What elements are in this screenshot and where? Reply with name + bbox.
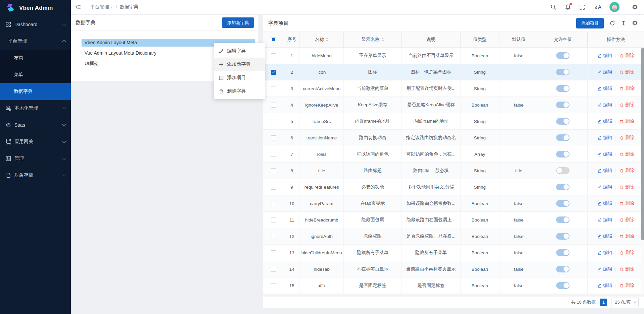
row-checkbox[interactable] — [271, 135, 276, 140]
delete-button[interactable]: 删除 — [620, 151, 634, 157]
row-checkbox[interactable] — [271, 201, 276, 206]
edit-button[interactable]: 编辑 — [597, 266, 612, 272]
sidebar-item-menu[interactable]: 菜单 — [0, 66, 71, 83]
nullable-toggle[interactable] — [556, 134, 570, 141]
edit-button[interactable]: 编辑 — [597, 118, 612, 124]
nullable-toggle[interactable] — [556, 85, 570, 92]
edit-button[interactable]: 编辑 — [597, 168, 612, 174]
edit-button[interactable]: 编辑 — [597, 69, 612, 75]
context-menu-item-add-dictionary[interactable]: 添加新字典 — [214, 58, 265, 71]
sidebar-item-dashboard[interactable]: Dashboard — [0, 16, 71, 33]
nullable-toggle[interactable] — [556, 151, 570, 158]
row-checkbox[interactable] — [271, 103, 276, 108]
cell-no: 4 — [284, 97, 300, 113]
menu-fold-icon[interactable] — [75, 4, 81, 10]
column-height-icon[interactable] — [621, 20, 626, 26]
delete-button[interactable]: 删除 — [620, 118, 634, 124]
edit-button[interactable]: 编辑 — [597, 200, 612, 206]
translate-icon[interactable]: 文A — [593, 4, 601, 10]
delete-button[interactable]: 删除 — [620, 217, 634, 223]
nullable-toggle[interactable] — [556, 102, 570, 108]
edit-button[interactable]: 编辑 — [597, 85, 612, 91]
sidebar-item-layout[interactable]: 布局 — [0, 50, 71, 66]
page-size-select[interactable]: 25 条/页 — [611, 298, 639, 307]
sidebar-item-localization[interactable]: 本地化管理 — [0, 100, 71, 117]
logo[interactable]: Vben Admin — [0, 0, 71, 16]
edit-button[interactable]: 编辑 — [597, 53, 612, 59]
sidebar-item-saas[interactable]: Saas — [0, 117, 71, 133]
delete-button[interactable]: 删除 — [620, 250, 634, 256]
row-checkbox[interactable] — [271, 185, 276, 190]
nullable-toggle[interactable] — [556, 249, 570, 256]
settings-gear-icon[interactable]: ⚙ — [632, 20, 638, 26]
refresh-icon[interactable] — [609, 20, 615, 26]
edit-button[interactable]: 编辑 — [597, 102, 612, 108]
delete-button[interactable]: 删除 — [620, 266, 634, 272]
row-checkbox[interactable] — [271, 152, 276, 157]
edit-button[interactable]: 编辑 — [597, 250, 612, 256]
avatar[interactable] — [609, 2, 620, 12]
nullable-toggle[interactable] — [556, 52, 570, 59]
select-all-checkbox[interactable] — [271, 37, 276, 42]
context-menu-item-add-item[interactable]: 添加项目 — [214, 71, 265, 84]
context-menu-item-edit-dictionary[interactable]: 编辑字典 — [214, 44, 265, 58]
sort-icons[interactable] — [326, 38, 328, 42]
horizontal-scrollbar[interactable] — [263, 294, 644, 297]
fullscreen-icon[interactable] — [579, 4, 585, 10]
edit-button[interactable]: 编辑 — [597, 233, 612, 239]
nullable-toggle[interactable] — [556, 200, 570, 207]
delete-button[interactable]: 删除 — [620, 102, 634, 108]
row-checkbox[interactable] — [271, 168, 276, 173]
add-dictionary-button[interactable]: 添加新字典 — [222, 17, 254, 28]
delete-button[interactable]: 删除 — [620, 184, 634, 190]
sidebar-item-gateway[interactable]: 应用网关 — [0, 133, 71, 150]
delete-button[interactable]: 删除 — [620, 135, 634, 141]
nullable-toggle[interactable] — [556, 118, 570, 125]
row-checkbox[interactable] — [271, 250, 276, 255]
search-icon[interactable] — [550, 4, 556, 10]
delete-button[interactable]: 删除 — [620, 69, 634, 75]
sidebar-item-admin[interactable]: 管理 — [0, 150, 71, 167]
edit-button[interactable]: 编辑 — [597, 217, 612, 223]
nullable-toggle[interactable] — [556, 233, 570, 240]
edit-button[interactable]: 编辑 — [597, 184, 612, 190]
row-checkbox[interactable] — [271, 234, 276, 239]
nullable-toggle[interactable] — [556, 282, 570, 289]
page-number-button[interactable]: 1 — [600, 299, 607, 306]
edit-button[interactable]: 编辑 — [597, 282, 612, 289]
scrollbar-thumb[interactable] — [641, 48, 644, 240]
row-checkbox[interactable] — [271, 53, 276, 58]
delete-button[interactable]: 删除 — [620, 168, 634, 174]
row-checkbox[interactable] — [271, 70, 276, 75]
delete-button[interactable]: 删除 — [620, 85, 634, 91]
sidebar-item-object-storage[interactable]: 对象存储 — [0, 167, 71, 184]
row-checkbox[interactable] — [271, 119, 276, 124]
delete-button[interactable]: 删除 — [620, 282, 634, 289]
vertical-scrollbar[interactable] — [641, 48, 644, 294]
delete-button[interactable]: 删除 — [620, 200, 634, 206]
row-checkbox[interactable] — [271, 283, 276, 288]
delete-button[interactable]: 删除 — [620, 53, 634, 59]
bell-icon[interactable] — [565, 4, 571, 10]
settings-gear-icon[interactable]: ⚙ — [632, 4, 638, 10]
column-header-name[interactable]: 名称 — [300, 32, 344, 47]
row-checkbox[interactable] — [271, 86, 276, 91]
column-header-display-name[interactable]: 显示名称 — [344, 32, 402, 47]
nullable-toggle[interactable] — [556, 69, 570, 75]
sort-icons[interactable] — [381, 38, 384, 42]
nullable-toggle[interactable] — [556, 266, 570, 272]
row-checkbox[interactable] — [271, 267, 276, 272]
edit-button[interactable]: 编辑 — [597, 151, 612, 157]
context-menu-item-delete-dictionary[interactable]: 删除字典 — [214, 84, 265, 98]
edit-button[interactable]: 编辑 — [597, 135, 612, 141]
row-checkbox[interactable] — [271, 217, 276, 223]
nullable-toggle[interactable] — [556, 216, 570, 223]
delete-button[interactable]: 删除 — [620, 233, 634, 239]
nullable-toggle[interactable] — [556, 184, 570, 190]
sidebar-item-platform[interactable]: 平台管理 — [0, 33, 71, 50]
sidebar-item-data-dictionary[interactable]: 数据字典 — [0, 83, 71, 100]
breadcrumb-item[interactable]: 平台管理 — [90, 4, 113, 10]
nullable-toggle[interactable] — [556, 167, 570, 174]
edit-label: 编辑 — [603, 102, 612, 108]
add-item-button[interactable]: 添加项目 — [576, 18, 604, 28]
